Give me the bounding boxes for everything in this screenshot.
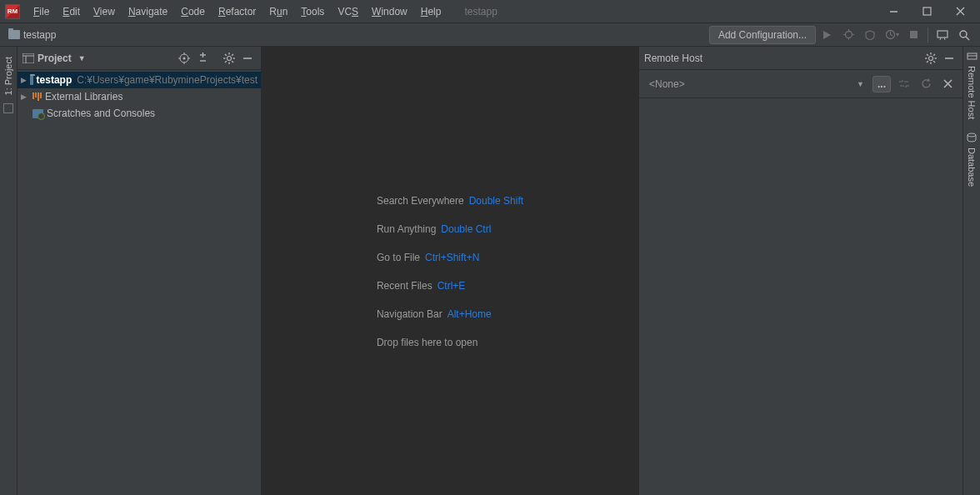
menu-code[interactable]: Code <box>174 0 212 22</box>
svg-line-36 <box>232 54 233 56</box>
svg-line-46 <box>933 54 935 56</box>
right-gutter: Remote Host Database <box>962 47 980 495</box>
menu-vcs[interactable]: VCS <box>331 0 365 22</box>
database-gutter-icon <box>967 132 977 142</box>
menu-bar: RM File Edit View Navigate Code Refactor… <box>0 0 980 23</box>
left-gutter: 1: Project <box>0 47 18 495</box>
remote-host-value: <None> <box>649 78 685 90</box>
diff-icon[interactable] <box>896 76 912 92</box>
window-minimize-button[interactable] <box>877 0 910 23</box>
svg-line-45 <box>933 61 935 62</box>
gear-icon[interactable] <box>922 50 939 67</box>
menu-refactor[interactable]: Refactor <box>212 0 262 22</box>
menu-view[interactable]: View <box>87 0 122 22</box>
svg-point-21 <box>183 57 186 59</box>
tree-root-label: testapp <box>37 74 72 86</box>
remote-host-tool-window: Remote Host <None> ▼ ... <box>638 47 962 495</box>
welcome-tips: Search EverywhereDouble Shift Run Anythi… <box>377 193 523 348</box>
add-configuration-button[interactable]: Add Configuration... <box>709 26 816 44</box>
tree-item-label: Scratches and Consoles <box>47 108 155 119</box>
tree-scratches[interactable]: Scratches and Consoles <box>18 105 261 122</box>
svg-point-29 <box>228 56 232 60</box>
tip-label: Drop files here to open <box>377 337 478 348</box>
coverage-icon[interactable] <box>861 26 879 44</box>
remote-host-selector-row: <None> ▼ ... <box>639 70 962 98</box>
svg-rect-1 <box>923 8 931 15</box>
tip-shortcut: Double Ctrl <box>441 223 491 235</box>
profile-icon[interactable]: ▾ <box>882 26 901 44</box>
run-icon[interactable] <box>818 26 836 44</box>
tip-shortcut: Double Shift <box>469 195 523 207</box>
scratches-icon <box>32 109 43 118</box>
debug-icon[interactable] <box>839 26 858 44</box>
svg-line-44 <box>927 54 928 56</box>
chevron-down-icon: ▼ <box>857 80 864 88</box>
menu-window[interactable]: Window <box>365 0 414 22</box>
breadcrumb[interactable]: testapp <box>5 28 59 42</box>
window-title: testapp <box>464 6 497 18</box>
remote-pane-header: Remote Host <box>639 47 962 70</box>
module-folder-icon <box>30 76 33 85</box>
project-pane-header: Project ▼ <box>18 47 261 70</box>
project-tree: ▶ testapp C:¥Users¥game¥RubymineProjects… <box>18 70 261 123</box>
svg-line-35 <box>232 61 233 62</box>
gutter-remote-host-tab[interactable]: Remote Host <box>967 61 977 124</box>
tip-label: Search Everywhere <box>377 195 464 207</box>
menu-edit[interactable]: Edit <box>56 0 87 22</box>
project-pane-title[interactable]: Project ▼ <box>22 52 86 64</box>
tip-label: Navigation Bar <box>377 308 442 320</box>
gear-icon[interactable] <box>221 50 238 67</box>
search-icon[interactable] <box>955 26 973 44</box>
svg-rect-11 <box>910 31 918 38</box>
hide-icon[interactable] <box>239 50 256 67</box>
stop-icon[interactable] <box>904 26 922 44</box>
refresh-icon[interactable] <box>918 76 934 92</box>
breadcrumb-label: testapp <box>23 29 56 41</box>
svg-line-47 <box>927 61 928 62</box>
tip-shortcut: Ctrl+E <box>438 280 466 292</box>
window-close-button[interactable] <box>943 0 977 23</box>
menu-navigate[interactable]: Navigate <box>122 0 174 22</box>
tip-shortcut: Alt+Home <box>448 308 492 320</box>
remote-host-combo[interactable]: <None> ▼ <box>646 78 868 90</box>
menu-tools[interactable]: Tools <box>294 0 331 22</box>
close-icon[interactable] <box>939 76 956 92</box>
presentation-mode-icon[interactable] <box>933 26 952 44</box>
project-tool-window: Project ▼ ▶ testapp C:¥Users¥game¥Rubymi… <box>18 47 262 495</box>
svg-marker-4 <box>823 31 831 39</box>
remote-host-gutter-icon <box>967 52 978 61</box>
browse-button[interactable]: ... <box>872 76 891 92</box>
tip-label: Run Anything <box>377 223 436 235</box>
tip-shortcut: Ctrl+Shift+N <box>425 252 479 263</box>
remote-pane-title: Remote Host <box>644 52 702 64</box>
window-maximize-button[interactable] <box>910 0 943 23</box>
hide-icon[interactable] <box>941 50 958 67</box>
locate-icon[interactable] <box>176 50 192 67</box>
collapse-all-icon[interactable] <box>194 50 211 67</box>
editor-area: Search EverywhereDouble Shift Run Anythi… <box>262 47 638 495</box>
gutter-database-tab[interactable]: Database <box>967 142 977 192</box>
tree-item-label: External Libraries <box>45 91 122 102</box>
gutter-structure-icon[interactable] <box>3 103 13 113</box>
app-logo-icon: RM <box>5 4 20 19</box>
svg-line-34 <box>225 54 227 56</box>
svg-point-15 <box>960 31 967 38</box>
tree-external-libraries[interactable]: ▶ External Libraries <box>18 88 261 105</box>
expand-arrow-icon: ▶ <box>21 92 29 101</box>
svg-line-37 <box>225 61 227 62</box>
toolbar: testapp Add Configuration... ▾ <box>0 23 980 47</box>
menu-run[interactable]: Run <box>262 0 294 22</box>
svg-point-55 <box>968 133 976 137</box>
menu-file[interactable]: File <box>27 0 56 22</box>
svg-line-16 <box>966 37 969 40</box>
tree-root-node[interactable]: ▶ testapp C:¥Users¥game¥RubymineProjects… <box>18 72 261 88</box>
project-pane-title-text: Project <box>38 52 72 64</box>
svg-rect-12 <box>938 31 948 38</box>
gutter-project-tab[interactable]: 1: Project <box>3 52 13 100</box>
folder-icon <box>8 30 20 39</box>
project-view-icon <box>22 53 34 63</box>
tree-root-path: C:¥Users¥game¥RubymineProjects¥test <box>77 74 258 86</box>
menu-help[interactable]: Help <box>414 0 448 22</box>
svg-point-39 <box>929 56 933 60</box>
expand-arrow-icon: ▶ <box>21 76 27 84</box>
